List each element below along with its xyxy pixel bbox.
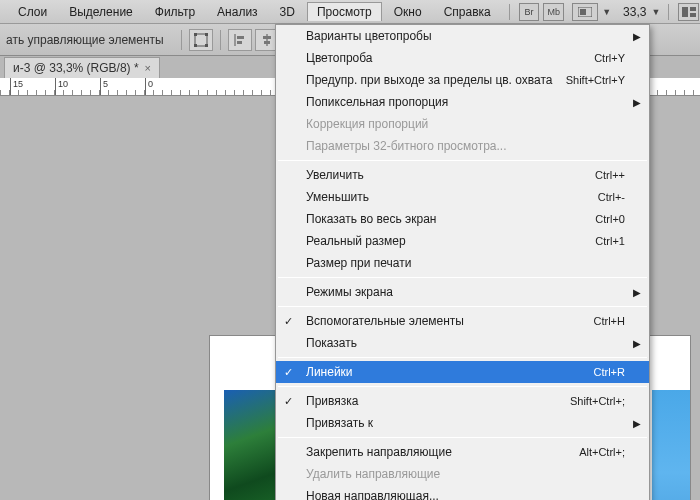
menu-item[interactable]: Привязать к▶ bbox=[276, 412, 649, 434]
submenu-arrow-icon: ▶ bbox=[633, 418, 641, 429]
submenu-arrow-icon: ▶ bbox=[633, 287, 641, 298]
align-left-button[interactable] bbox=[228, 29, 252, 51]
menu-item-label: Удалить направляющие bbox=[306, 467, 440, 481]
close-icon[interactable]: × bbox=[145, 62, 151, 74]
menu-separator bbox=[278, 277, 647, 278]
menu-item: Удалить направляющие bbox=[276, 463, 649, 485]
svg-rect-14 bbox=[263, 36, 271, 39]
menu-item[interactable]: ✓Вспомогательные элементыCtrl+H bbox=[276, 310, 649, 332]
menu-shortcut: Shift+Ctrl+Y bbox=[566, 74, 625, 86]
toolbar-separator bbox=[220, 30, 221, 50]
chevron-down-icon: ▼ bbox=[602, 7, 611, 17]
submenu-arrow-icon: ▶ bbox=[633, 31, 641, 42]
menu-shortcut: Ctrl+H bbox=[594, 315, 625, 327]
menu-item-label: Коррекция пропорций bbox=[306, 117, 428, 131]
zoom-level[interactable]: 33,3 bbox=[623, 5, 646, 19]
menu-item[interactable]: Попиксельная пропорция▶ bbox=[276, 91, 649, 113]
menu-item[interactable]: Предупр. при выходе за пределы цв. охват… bbox=[276, 69, 649, 91]
menu-item[interactable]: Реальный размерCtrl+1 bbox=[276, 230, 649, 252]
menu-shortcut: Ctrl+0 bbox=[595, 213, 625, 225]
toolbar-separator bbox=[181, 30, 182, 50]
menu-item-label: Новая направляющая... bbox=[306, 489, 439, 500]
menu-item[interactable]: Размер при печати bbox=[276, 252, 649, 274]
view-menu-dropdown: Варианты цветопробы▶ЦветопробаCtrl+YПред… bbox=[275, 24, 650, 500]
menu-item[interactable]: Новая направляющая... bbox=[276, 485, 649, 500]
menu-item: Коррекция пропорций bbox=[276, 113, 649, 135]
menu-shortcut: Ctrl++ bbox=[595, 169, 625, 181]
menu-separator bbox=[278, 357, 647, 358]
menu-item-label: Линейки bbox=[306, 365, 353, 379]
menu-item-label: Вспомогательные элементы bbox=[306, 314, 464, 328]
menu-layers[interactable]: Слои bbox=[8, 2, 57, 22]
menu-separator bbox=[278, 437, 647, 438]
menu-shortcut: Ctrl+- bbox=[598, 191, 625, 203]
ruler-mark: 15 bbox=[10, 78, 23, 95]
screenmode-button[interactable] bbox=[572, 3, 598, 21]
minibridge-button[interactable]: Mb bbox=[543, 3, 564, 21]
menu-item[interactable]: Закрепить направляющиеAlt+Ctrl+; bbox=[276, 441, 649, 463]
menu-item[interactable]: Варианты цветопробы▶ bbox=[276, 25, 649, 47]
menu-item-label: Привязка bbox=[306, 394, 358, 408]
bridge-button[interactable]: Br bbox=[519, 3, 540, 21]
menu-item-label: Режимы экрана bbox=[306, 285, 393, 299]
submenu-arrow-icon: ▶ bbox=[633, 97, 641, 108]
check-icon: ✓ bbox=[284, 395, 293, 408]
svg-rect-1 bbox=[580, 9, 586, 15]
menu-separator bbox=[278, 386, 647, 387]
menu-item[interactable]: Режимы экрана▶ bbox=[276, 281, 649, 303]
transform-controls-button[interactable] bbox=[189, 29, 213, 51]
menu-item-label: Привязать к bbox=[306, 416, 373, 430]
svg-rect-12 bbox=[237, 41, 242, 44]
check-icon: ✓ bbox=[284, 366, 293, 379]
chevron-down-icon: ▼ bbox=[651, 7, 660, 17]
svg-rect-7 bbox=[205, 33, 208, 36]
menu-item[interactable]: Показать▶ bbox=[276, 332, 649, 354]
menu-view[interactable]: Просмотр bbox=[307, 2, 382, 21]
menu-item-label: Показать bbox=[306, 336, 357, 350]
options-label: ать управляющие элементы bbox=[6, 33, 164, 47]
menu-item[interactable]: УвеличитьCtrl++ bbox=[276, 164, 649, 186]
menu-shortcut: Ctrl+1 bbox=[595, 235, 625, 247]
menu-item[interactable]: ✓ЛинейкиCtrl+R bbox=[276, 361, 649, 383]
menu-item-label: Показать во весь экран bbox=[306, 212, 436, 226]
menu-item: Параметры 32-битного просмотра... bbox=[276, 135, 649, 157]
svg-rect-8 bbox=[194, 44, 197, 47]
menu-help[interactable]: Справка bbox=[434, 2, 501, 22]
check-icon: ✓ bbox=[284, 315, 293, 328]
menu-item-label: Реальный размер bbox=[306, 234, 406, 248]
image-layer bbox=[224, 390, 279, 500]
image-layer bbox=[652, 390, 690, 500]
svg-rect-11 bbox=[237, 36, 244, 39]
menu-analysis[interactable]: Анализ bbox=[207, 2, 268, 22]
arrange-button[interactable] bbox=[678, 3, 699, 21]
menu-item-label: Предупр. при выходе за пределы цв. охват… bbox=[306, 73, 553, 87]
menu-3d[interactable]: 3D bbox=[270, 2, 305, 22]
menu-separator bbox=[278, 160, 647, 161]
menu-item[interactable]: Показать во весь экранCtrl+0 bbox=[276, 208, 649, 230]
submenu-arrow-icon: ▶ bbox=[633, 338, 641, 349]
menu-item[interactable]: УменьшитьCtrl+- bbox=[276, 186, 649, 208]
menu-item[interactable]: ЦветопробаCtrl+Y bbox=[276, 47, 649, 69]
ruler-mark: 10 bbox=[55, 78, 68, 95]
document-tab-title: и-3 @ 33,3% (RGB/8) * bbox=[13, 61, 139, 75]
menu-shortcut: Alt+Ctrl+; bbox=[579, 446, 625, 458]
svg-rect-9 bbox=[205, 44, 208, 47]
menu-window[interactable]: Окно bbox=[384, 2, 432, 22]
svg-rect-4 bbox=[690, 13, 696, 17]
svg-rect-6 bbox=[194, 33, 197, 36]
menu-item-label: Попиксельная пропорция bbox=[306, 95, 448, 109]
menu-item-label: Параметры 32-битного просмотра... bbox=[306, 139, 507, 153]
document-tab[interactable]: и-3 @ 33,3% (RGB/8) * × bbox=[4, 57, 160, 78]
menu-item[interactable]: ✓ПривязкаShift+Ctrl+; bbox=[276, 390, 649, 412]
ruler-mark: 0 bbox=[145, 78, 153, 95]
menu-separator bbox=[278, 306, 647, 307]
menu-item-label: Размер при печати bbox=[306, 256, 411, 270]
menu-shortcut: Ctrl+R bbox=[594, 366, 625, 378]
menu-filter[interactable]: Фильтр bbox=[145, 2, 205, 22]
svg-rect-2 bbox=[682, 7, 688, 17]
menubar-separator bbox=[509, 4, 510, 20]
menu-select[interactable]: Выделение bbox=[59, 2, 143, 22]
menu-item-label: Закрепить направляющие bbox=[306, 445, 452, 459]
menu-shortcut: Ctrl+Y bbox=[594, 52, 625, 64]
menubar: Слои Выделение Фильтр Анализ 3D Просмотр… bbox=[0, 0, 700, 24]
